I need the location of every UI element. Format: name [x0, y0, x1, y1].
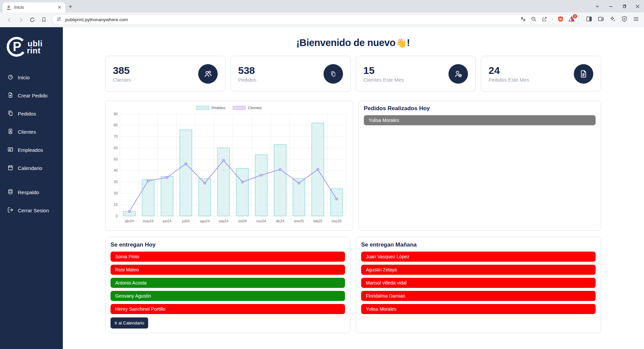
window-maximize-button[interactable]	[622, 4, 627, 9]
pedidos-hoy-panel: Pedidos Realizados Hoy Yulisa Morales	[358, 100, 601, 231]
stat-value: 385	[113, 65, 131, 76]
side-panel-icon[interactable]	[586, 16, 592, 24]
zoom-out-icon[interactable]	[531, 16, 537, 24]
browser-tab[interactable]: P Inicio ✕	[3, 2, 65, 12]
copy-icon	[7, 110, 13, 117]
legend-item-pedidos[interactable]: Pedidos	[196, 106, 225, 110]
sidebar-item-respaldo[interactable]: Respaldo	[0, 183, 63, 201]
url-bar[interactable]: publiprint.pythonanywhere.com 1	[52, 14, 578, 25]
legend-label: Clientes	[248, 106, 262, 110]
sidebar-item-label: Crear Pedido	[18, 93, 47, 98]
person-row: Floridalma Damian	[361, 291, 596, 301]
sidebar-item-pedidos[interactable]: Pedidos	[0, 104, 63, 123]
main-content: ¡Bienvenido de nuevo👋! 385Clientes538Ped…	[63, 27, 644, 349]
contact-card-icon	[7, 128, 13, 135]
stat-card-clientes: 385Clientes	[105, 56, 225, 92]
brave-rewards-icon[interactable]: 1	[568, 16, 575, 24]
wallet-icon[interactable]	[598, 16, 604, 24]
svg-text:may24: may24	[143, 219, 154, 223]
menu-icon[interactable]	[633, 16, 639, 24]
svg-text:20: 20	[114, 191, 118, 195]
svg-text:10: 10	[114, 203, 118, 207]
window-minimize-button[interactable]	[608, 4, 613, 9]
sidebar-item-label: Empleados	[18, 147, 43, 153]
person-row: Geovany Agustín	[111, 291, 345, 301]
svg-text:30: 30	[114, 180, 118, 184]
tab-search-chevron-icon[interactable]	[595, 4, 600, 9]
dashboard-icon	[7, 74, 13, 81]
stats-row: 385Clientes538Pedidos15Clientes Este Mes…	[105, 56, 601, 92]
tab-title: Inicio	[14, 5, 54, 10]
chart-svg: 0102030405060708090abr24may24jun24jul24a…	[111, 111, 348, 225]
sidebar-item-crear-pedido[interactable]: Crear Pedido	[0, 86, 63, 104]
stat-value: 538	[238, 65, 256, 76]
stat-value: 15	[363, 65, 404, 76]
sidebar-item-calendario[interactable]: Calendario	[0, 159, 63, 177]
sidebar-item-label: Inicio	[18, 75, 30, 80]
entregan-hoy-list: Sonia PintoRosi MateoAntonio AcostaGeova…	[111, 252, 345, 314]
sidebar-nav: InicioCrear PedidoPedidosClientesEmplead…	[0, 68, 63, 219]
browser-tab-strip: P Inicio ✕ +	[0, 0, 644, 12]
database-icon	[7, 189, 13, 196]
svg-text:nov24: nov24	[256, 219, 266, 223]
svg-text:70: 70	[114, 134, 118, 138]
legend-item-clientes[interactable]: Clientes	[233, 106, 262, 110]
pedidos-hoy-list: Yulisa Morales	[364, 115, 596, 125]
share-icon[interactable]	[542, 16, 548, 24]
person-row: Yulisa Morales	[364, 115, 596, 125]
ir-al-calendario-button[interactable]: Ir al Calendario	[111, 317, 148, 329]
stat-label: Pedidos	[238, 77, 256, 83]
entregan-hoy-panel: Se entregan Hoy Sonia PintoRosi MateoAnt…	[105, 237, 350, 333]
stat-label: Clientes Este Mes	[363, 77, 404, 83]
leo-ai-icon[interactable]	[609, 16, 616, 24]
sidebar-item-label: Pedidos	[18, 111, 36, 117]
window-close-button[interactable]	[635, 4, 640, 9]
person-row: Rosi Mateo	[111, 265, 345, 275]
chart-panel: PedidosClientes 0102030405060708090abr24…	[105, 100, 353, 231]
bookmark-icon[interactable]	[39, 15, 48, 25]
id-badge-icon	[7, 146, 13, 154]
pedidos-hoy-title: Pedidos Realizados Hoy	[364, 105, 596, 112]
vpn-shield-icon[interactable]	[621, 16, 628, 24]
sidebar-item-label: Respaldo	[18, 189, 39, 195]
forward-button[interactable]	[16, 15, 26, 25]
entregan-manana-panel: Se entregan Mañana Juan Vasquez LópezAgu…	[356, 237, 601, 333]
legend-swatch	[233, 106, 246, 110]
reload-button[interactable]	[28, 15, 37, 25]
svg-text:0: 0	[116, 214, 118, 218]
sidebar: P ubli rint InicioCrear PedidoPedidosCli…	[0, 27, 63, 349]
person-row: Juan Vasquez López	[361, 252, 596, 262]
browser-toolbar: publiprint.pythonanywhere.com 1	[0, 12, 644, 27]
stat-value: 24	[488, 65, 529, 76]
translate-icon[interactable]	[520, 16, 526, 24]
site-favicon: P	[6, 5, 11, 10]
orders-clients-chart: 0102030405060708090abr24may24jun24jul24a…	[111, 111, 348, 226]
stat-label: Clientes	[113, 77, 131, 83]
legend-swatch	[196, 106, 209, 110]
logout-icon	[7, 207, 13, 214]
svg-text:oct24: oct24	[238, 219, 247, 223]
stat-card-clientes-este-mes: 15Clientes Este Mes	[356, 56, 476, 92]
person-row: Agustin Zelaya	[361, 265, 596, 275]
sidebar-item-clientes[interactable]: Clientes	[0, 123, 63, 141]
person-row: Henry Sanchinel Portillo	[111, 304, 345, 314]
back-button[interactable]	[5, 15, 14, 25]
svg-text:jul24: jul24	[182, 219, 189, 223]
site-settings-icon[interactable]	[56, 16, 62, 23]
rewards-badge: 1	[573, 14, 577, 18]
sidebar-item-inicio[interactable]: Inicio	[0, 68, 63, 86]
sidebar-item-label: Calendario	[18, 165, 42, 171]
sidebar-item-cerrar-sesion[interactable]: Cerrar Sesion	[0, 201, 63, 219]
new-tab-button[interactable]: +	[69, 2, 72, 11]
brave-shield-icon[interactable]	[557, 16, 564, 24]
person-row: Yulisa Morales	[361, 304, 596, 314]
sidebar-item-empleados[interactable]: Empleados	[0, 141, 63, 159]
person-check-icon	[448, 64, 468, 84]
sidebar-item-label: Cerrar Sesion	[18, 208, 49, 213]
svg-text:50: 50	[114, 157, 118, 161]
url-text[interactable]: publiprint.pythonanywhere.com	[65, 17, 520, 22]
svg-text:ene25: ene25	[294, 219, 304, 223]
tab-close-icon[interactable]: ✕	[56, 5, 62, 10]
app-logo: P ubli rint	[0, 27, 63, 68]
stat-card-pedidos: 538Pedidos	[230, 56, 351, 92]
